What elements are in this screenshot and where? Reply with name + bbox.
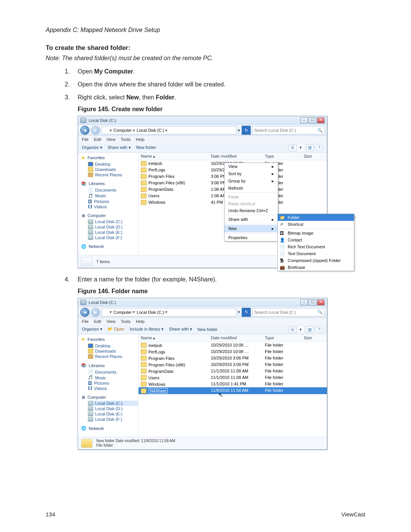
window-titlebar[interactable]: Local Disk (C:) – ☐ ✕	[78, 298, 327, 307]
help-icon[interactable]: ?	[315, 326, 323, 333]
table-row[interactable]: Users11/1/2010 11:08 AMFile folder	[139, 374, 327, 381]
new-bitmap[interactable]: 🖼Bitmap image	[278, 230, 354, 236]
maximize-button[interactable]: ☐	[309, 117, 316, 123]
table-row[interactable]: Program Files (x86)10/29/2010 3:08 PMFil…	[139, 361, 327, 368]
ctx-properties[interactable]: Properties	[225, 234, 278, 241]
step-1: Open My Computer.	[78, 67, 135, 76]
menu-edit[interactable]: Edit	[94, 137, 101, 142]
breadcrumb[interactable]: ▾ Computer▾ Local Disk (C:)▾	[102, 308, 236, 316]
menu-view[interactable]: View	[107, 137, 116, 142]
toolbar-newfolder[interactable]: New folder	[198, 327, 218, 332]
context-menu[interactable]: View▸ Sort by▸ Group by▸ Refresh Paste P…	[224, 163, 278, 241]
menu-help[interactable]: Help	[136, 319, 145, 324]
new-txt[interactable]: 📄Text Document	[278, 250, 354, 257]
nav-videos[interactable]: 🎞 Videos	[88, 386, 138, 391]
help-icon[interactable]: ?	[315, 144, 323, 151]
search-input[interactable]: Search Local Disk (C:) 🔍	[252, 126, 325, 134]
preview-pane-icon[interactable]: ▥	[306, 144, 314, 151]
nav-desktop[interactable]: Desktop	[88, 343, 138, 348]
nav-videos[interactable]: 🎞 Videos	[88, 204, 138, 209]
file-listing[interactable]: Name ▴ Date modified Type Size inetpub10…	[139, 334, 327, 437]
breadcrumb[interactable]: ▾ Computer▾ Local Disk (C:)▾	[102, 126, 236, 134]
ctx-sort[interactable]: Sort by▸	[225, 170, 278, 177]
toolbar-sharewith[interactable]: Share with ▾	[169, 327, 192, 332]
menu-file[interactable]: File	[82, 137, 89, 142]
view-mode-icon[interactable]: ☰	[289, 144, 296, 151]
nav-drive-d[interactable]: Local Disk (D:)	[88, 406, 138, 411]
minimize-button[interactable]: –	[300, 299, 308, 305]
nav-drive-c[interactable]: Local Disk (C:)	[88, 401, 138, 406]
step-number: 4.	[65, 275, 78, 284]
back-button[interactable]: ◄	[80, 126, 89, 135]
nav-downloads[interactable]: Downloads	[88, 348, 138, 354]
nav-drive-e[interactable]: Local Disk (E:)	[88, 411, 138, 417]
new-contact[interactable]: 👤Contact	[278, 236, 354, 243]
nav-documents[interactable]: 📄 Documents	[88, 187, 138, 193]
table-row[interactable]: Windows11/1/2010 1:41 PMFile folder	[139, 381, 327, 387]
refresh-button[interactable]: ↻	[242, 308, 251, 317]
new-zip[interactable]: 🗜Compressed (zipped) Folder	[278, 257, 354, 264]
table-row[interactable]: ProgramData11/1/2010 11:08 AMFile folder	[139, 368, 327, 374]
nav-downloads[interactable]: Downloads	[88, 167, 138, 172]
nav-drive-f[interactable]: Local Disk (F:)	[88, 417, 138, 422]
new-submenu[interactable]: 📁Folder ↗Shortcut 🖼Bitmap image 👤Contact…	[277, 214, 354, 271]
table-row[interactable]: PerfLogs10/29/2010 10:08 …File folder	[139, 348, 327, 355]
menu-help[interactable]: Help	[136, 137, 145, 142]
toolbar-organize[interactable]: Organize ▾	[82, 145, 102, 150]
ctx-group[interactable]: Group by▸	[225, 177, 278, 185]
toolbar-organize[interactable]: Organize ▾	[82, 327, 102, 332]
nav-drive-d[interactable]: Local Disk (D:)	[88, 224, 138, 230]
toolbar-open[interactable]: 📂 Open	[108, 327, 124, 332]
ctx-sharewith[interactable]: Share with▸	[225, 216, 278, 223]
navigation-pane[interactable]: ★Favorites Desktop Downloads Recent Plac…	[78, 153, 139, 255]
nav-drive-c[interactable]: Local Disk (C:)	[88, 219, 138, 224]
table-row[interactable]: inetpub10/29/2010 10:08 …File folder	[139, 342, 327, 348]
ctx-undo[interactable]: Undo Rename Ctrl+Z	[225, 207, 278, 214]
ctx-new[interactable]: New▸	[225, 225, 278, 232]
minimize-button[interactable]: –	[300, 117, 308, 123]
menu-tools[interactable]: Tools	[121, 319, 131, 324]
search-input[interactable]: Search Local Disk (C:) 🔍	[252, 308, 325, 316]
menu-view[interactable]: View	[107, 319, 116, 324]
forward-button[interactable]: ►	[91, 126, 100, 135]
nav-documents[interactable]: 📄 Documents	[88, 369, 138, 375]
ctx-refresh[interactable]: Refresh	[225, 185, 278, 192]
menu-file[interactable]: File	[82, 319, 89, 324]
nav-pictures[interactable]: 🖼 Pictures	[88, 380, 138, 386]
nav-drive-f[interactable]: Local Disk (F:)	[88, 235, 138, 240]
nav-desktop[interactable]: Desktop	[88, 161, 138, 167]
menu-tools[interactable]: Tools	[121, 137, 131, 142]
toolbar-newfolder[interactable]: New folder	[136, 145, 156, 150]
nav-recent[interactable]: Recent Places	[88, 172, 138, 177]
nav-drive-e[interactable]: Local Disk (E:)	[88, 230, 138, 235]
new-briefcase[interactable]: 💼Briefcase	[278, 264, 354, 271]
section-heading: To create the shared folder:	[46, 44, 365, 52]
close-button[interactable]: ✕	[317, 117, 325, 123]
back-button[interactable]: ◄	[80, 308, 89, 317]
view-mode-icon[interactable]: ☰	[289, 326, 296, 333]
nav-music[interactable]: 🎵 Music	[88, 375, 138, 380]
new-rtf[interactable]: 📄Rich Text Document	[278, 243, 354, 250]
nav-recent[interactable]: Recent Places	[88, 354, 138, 359]
nav-pictures[interactable]: 🖼 Pictures	[88, 199, 138, 204]
window-titlebar[interactable]: Local Disk (C:) – ☐ ✕	[78, 116, 327, 125]
preview-pane-icon[interactable]: ▥	[306, 326, 314, 333]
navigation-pane[interactable]: ★Favorites Desktop Downloads Recent Plac…	[78, 334, 139, 437]
nav-music[interactable]: 🎵 Music	[88, 193, 138, 199]
ctx-paste-shortcut: Paste shortcut	[225, 200, 278, 207]
file-listing[interactable]: Name ▴ Date modified Type Size inetpub10…	[139, 153, 327, 255]
toolbar-sharewith[interactable]: Share with ▾	[108, 145, 131, 150]
table-row[interactable]: Program Files10/29/2010 3:06 PMFile fold…	[139, 355, 327, 361]
new-folder[interactable]: 📁Folder	[278, 214, 354, 221]
new-shortcut[interactable]: ↗Shortcut	[278, 221, 354, 228]
drive-icon	[80, 300, 86, 305]
table-row[interactable]: N4Share11/8/2010 11:58 AMFile folder	[139, 387, 327, 394]
refresh-button[interactable]: ↻	[242, 126, 251, 135]
maximize-button[interactable]: ☐	[309, 299, 316, 305]
ctx-view[interactable]: View▸	[225, 163, 278, 170]
forward-button[interactable]: ►	[91, 308, 100, 317]
menu-edit[interactable]: Edit	[94, 319, 101, 324]
step-number: 2.	[65, 80, 78, 89]
close-button[interactable]: ✕	[317, 299, 325, 305]
toolbar-include[interactable]: Include in library ▾	[130, 327, 164, 332]
